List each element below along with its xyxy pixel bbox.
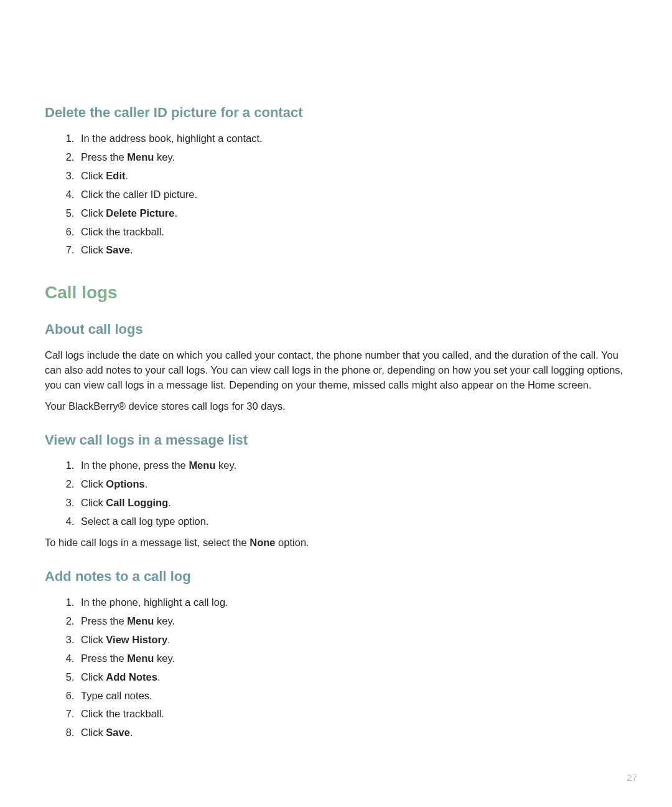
paragraph-about-2: Your BlackBerry® device stores call logs… (45, 399, 627, 414)
steps-view-call-logs: In the phone, press the Menu key.Click O… (45, 458, 627, 529)
list-item: In the phone, press the Menu key. (77, 458, 627, 473)
list-item: In the address book, highlight a contact… (77, 131, 627, 146)
list-item: Click Call Logging. (77, 496, 627, 511)
list-item: Select a call log type option. (77, 514, 627, 529)
page-number: 27 (627, 771, 637, 785)
heading-delete-caller-id: Delete the caller ID picture for a conta… (45, 103, 627, 123)
steps-add-notes: In the phone, highlight a call log.Press… (45, 595, 627, 740)
list-item: Click Delete Picture. (77, 206, 627, 221)
list-item: Click Save. (77, 725, 627, 740)
list-item: Press the Menu key. (77, 651, 627, 666)
list-item: Click the caller ID picture. (77, 187, 627, 202)
list-item: Click Edit. (77, 169, 627, 184)
paragraph-about-1: Call logs include the date on which you … (45, 348, 627, 393)
steps-delete-caller-id: In the address book, highlight a contact… (45, 131, 627, 258)
section-view-call-logs: View call logs in a message list In the … (45, 430, 627, 551)
list-item: Press the Menu key. (77, 150, 627, 165)
heading-about-call-logs: About call logs (45, 319, 627, 339)
list-item: Click the trackball. (77, 225, 627, 240)
heading-call-logs: Call logs (45, 280, 627, 306)
paragraph-view-after: To hide call logs in a message list, sel… (45, 536, 627, 550)
list-item: Type call notes. (77, 689, 627, 704)
list-item: Click Options. (77, 477, 627, 492)
section-delete-caller-id: Delete the caller ID picture for a conta… (45, 103, 627, 258)
document-page: Delete the caller ID picture for a conta… (0, 0, 672, 807)
section-add-notes: Add notes to a call log In the phone, hi… (45, 567, 627, 740)
list-item: Press the Menu key. (77, 614, 627, 629)
section-about-call-logs: About call logs Call logs include the da… (45, 319, 627, 414)
heading-view-call-logs: View call logs in a message list (45, 430, 627, 450)
list-item: In the phone, highlight a call log. (77, 595, 627, 610)
list-item: Click View History. (77, 633, 627, 648)
heading-add-notes: Add notes to a call log (45, 567, 627, 587)
list-item: Click Add Notes. (77, 670, 627, 685)
list-item: Click the trackball. (77, 707, 627, 722)
list-item: Click Save. (77, 243, 627, 258)
